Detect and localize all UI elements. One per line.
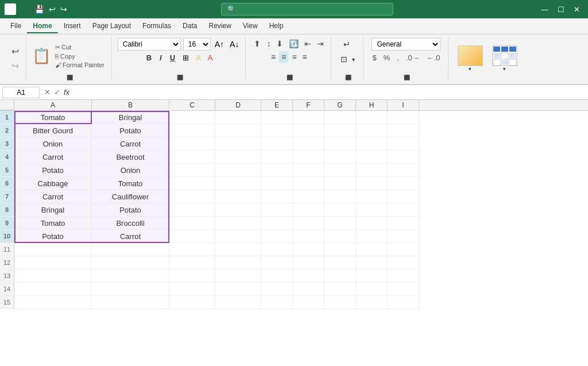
cell-b14[interactable] [92, 283, 169, 296]
decrease-decimal-button[interactable]: ←.0 [424, 52, 443, 63]
tab-file[interactable]: File [5, 20, 27, 33]
cell-I2[interactable] [388, 124, 419, 137]
cell-a15[interactable] [14, 296, 92, 309]
cell-G11[interactable] [324, 243, 356, 256]
col-header-a[interactable]: A [14, 100, 92, 110]
row-number[interactable]: 14 [0, 283, 14, 296]
currency-button[interactable]: $ [369, 52, 379, 63]
col-header-g[interactable]: G [324, 100, 356, 110]
cell-H12[interactable] [356, 256, 388, 269]
cell-C4[interactable] [169, 151, 215, 164]
cell-a3[interactable]: Onion [14, 137, 92, 151]
indent-decrease-button[interactable]: ⇤ [302, 38, 314, 49]
tab-data[interactable]: Data [177, 20, 203, 33]
col-header-f[interactable]: F [293, 100, 324, 110]
cell-F1[interactable] [293, 111, 324, 124]
cell-F13[interactable] [293, 269, 324, 283]
font-name-select[interactable]: Calibri [118, 38, 181, 51]
cell-C11[interactable] [169, 243, 215, 256]
cell-H2[interactable] [356, 124, 388, 137]
cell-D13[interactable] [215, 269, 261, 283]
cell-I9[interactable] [388, 217, 419, 230]
cell-C7[interactable] [169, 190, 215, 203]
increase-font-button[interactable]: A↑ [213, 38, 226, 50]
cell-D9[interactable] [215, 217, 261, 230]
tab-insert[interactable]: Insert [58, 20, 87, 33]
align-left-button[interactable]: ≡ [269, 51, 278, 63]
cell-C10[interactable] [169, 230, 215, 243]
col-header-c[interactable]: C [169, 100, 215, 110]
cell-C9[interactable] [169, 217, 215, 230]
format-as-table-button[interactable]: ▾ [489, 44, 521, 73]
cell-a4[interactable]: Carrot [14, 151, 92, 164]
cell-F5[interactable] [293, 164, 324, 177]
text-direction-button[interactable]: 🔃 [287, 38, 301, 49]
cell-I14[interactable] [388, 283, 419, 296]
cell-E15[interactable] [261, 296, 293, 309]
cell-G2[interactable] [324, 124, 356, 137]
number-format-select[interactable]: General [372, 38, 440, 51]
cell-F15[interactable] [293, 296, 324, 309]
cell-D2[interactable] [215, 124, 261, 137]
cell-b15[interactable] [92, 296, 169, 309]
maximize-button[interactable]: ☐ [554, 5, 568, 14]
cell-I3[interactable] [388, 137, 419, 151]
cell-H3[interactable] [356, 137, 388, 151]
cell-a9[interactable]: Tomato [14, 217, 92, 230]
cell-a6[interactable]: Cabbage [14, 177, 92, 190]
tab-page-layout[interactable]: Page Layout [87, 20, 137, 33]
cell-I10[interactable] [388, 230, 419, 243]
cell-I13[interactable] [388, 269, 419, 283]
cell-G15[interactable] [324, 296, 356, 309]
align-top-button[interactable]: ⬆ [252, 38, 263, 49]
cell-I4[interactable] [388, 151, 419, 164]
tab-formulas[interactable]: Formulas [137, 20, 177, 33]
cell-I1[interactable] [388, 111, 419, 124]
row-number[interactable]: 15 [0, 296, 14, 309]
align-right-button[interactable]: ≡ [289, 51, 299, 63]
row-number[interactable]: 8 [0, 203, 14, 217]
bold-button[interactable]: B [144, 52, 154, 63]
cell-D8[interactable] [215, 203, 261, 217]
cell-b6[interactable]: Tomato [92, 177, 169, 190]
undo-icon[interactable]: ↩ [49, 5, 56, 14]
formula-cancel-icon[interactable]: ✕ [44, 88, 51, 97]
cell-C3[interactable] [169, 137, 215, 151]
cell-G12[interactable] [324, 256, 356, 269]
tab-home[interactable]: Home [27, 20, 57, 33]
cell-C2[interactable] [169, 124, 215, 137]
formula-fx-icon[interactable]: fx [64, 88, 69, 97]
cell-H1[interactable] [356, 111, 388, 124]
cell-C5[interactable] [169, 164, 215, 177]
cell-H7[interactable] [356, 190, 388, 203]
cell-D12[interactable] [215, 256, 261, 269]
cell-b5[interactable]: Onion [92, 164, 169, 177]
fill-color-button[interactable]: A [194, 52, 203, 63]
comma-button[interactable]: , [394, 52, 402, 63]
wrap-text-button[interactable]: ↵ [340, 38, 356, 51]
cell-E11[interactable] [261, 243, 293, 256]
cell-E7[interactable] [261, 190, 293, 203]
cell-H10[interactable] [356, 230, 388, 243]
cell-H4[interactable] [356, 151, 388, 164]
cell-E10[interactable] [261, 230, 293, 243]
cell-E2[interactable] [261, 124, 293, 137]
cell-D11[interactable] [215, 243, 261, 256]
cell-I15[interactable] [388, 296, 419, 309]
col-header-d[interactable]: D [215, 100, 261, 110]
row-number[interactable]: 1 [0, 111, 14, 124]
underline-button[interactable]: U [167, 52, 178, 63]
cell-G4[interactable] [324, 151, 356, 164]
cell-F4[interactable] [293, 151, 324, 164]
cell-b7[interactable]: Cauliflower [92, 190, 169, 203]
cell-D10[interactable] [215, 230, 261, 243]
cell-D6[interactable] [215, 177, 261, 190]
cell-H8[interactable] [356, 203, 388, 217]
minimize-button[interactable]: — [537, 5, 552, 14]
percent-button[interactable]: % [381, 52, 393, 63]
row-number[interactable]: 12 [0, 256, 14, 269]
cell-G7[interactable] [324, 190, 356, 203]
decrease-font-button[interactable]: A↓ [228, 38, 241, 50]
cell-G3[interactable] [324, 137, 356, 151]
justify-button[interactable]: ≡ [300, 51, 310, 63]
